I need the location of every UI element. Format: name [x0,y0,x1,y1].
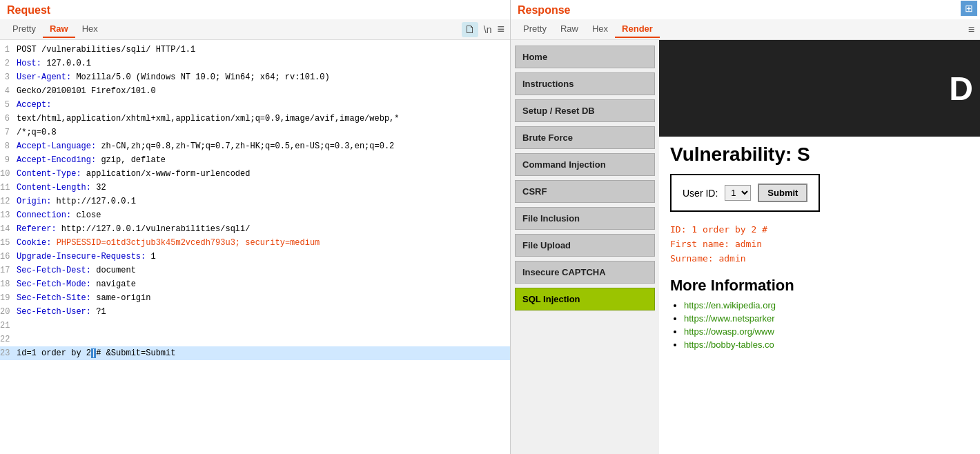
link-3[interactable]: https://owasp.org/www [684,326,774,337]
wrap-text-icon[interactable]: \n [484,24,492,35]
link-4[interactable]: https://bobby-tables.co [684,339,774,350]
code-line-9: 9 Accept-Encoding: gzip, deflate [0,153,510,167]
response-tab-bar: Pretty Raw Hex Render ≡ [511,19,980,40]
grid-icon: ⊞ [961,1,977,16]
link-1[interactable]: https://en.wikipedia.org [684,300,776,310]
tab-render-response[interactable]: Render [615,21,660,38]
align-icon[interactable]: ≡ [968,23,974,36]
response-inner: Home Instructions Setup / Reset DB Brute… [511,40,980,454]
code-line-4: 4 Gecko/20100101 Firefox/101.0 [0,84,510,98]
sidebar-item-csrf[interactable]: CSRF [515,180,655,203]
link-item-4[interactable]: https://bobby-tables.co [684,339,969,350]
request-code-area[interactable]: 1 POST /vulnerabilities/sqli/ HTTP/1.1 2… [0,40,510,454]
code-line-5: 5 Accept: [0,98,510,112]
code-line-14: 14 Referer: http://127.0.0.1/vulnerabili… [0,222,510,236]
response-title: Response [511,0,980,19]
code-line-21: 21 [0,319,510,333]
code-line-3: 3 User-Agent: Mozilla/5.0 (Windows NT 10… [0,70,510,84]
sidebar-item-brute-force[interactable]: Brute Force [515,126,655,149]
code-line-15: 15 Cookie: PHPSESSID=o1td3ctjub3k45m2vce… [0,236,510,250]
code-line-16: 16 Upgrade-Insecure-Requests: 1 [0,250,510,264]
grid-icon-box[interactable]: ⊞ [961,3,977,14]
tab-pretty-response[interactable]: Pretty [516,21,553,38]
sidebar-item-file-upload[interactable]: File Upload [515,234,655,257]
code-line-1: 1 POST /vulnerabilities/sqli/ HTTP/1.1 [0,43,510,57]
code-line-22: 22 [0,333,510,346]
user-id-form: User ID: 1 2 3 Submit [670,174,820,212]
tab-pretty-request[interactable]: Pretty [6,21,43,38]
code-line-7: 7 /*;q=0.8 [0,126,510,139]
user-id-label: User ID: [683,188,718,199]
sidebar-item-command-injection[interactable]: Command Injection [515,153,655,176]
result-line2: First name: admin [670,237,969,252]
link-2[interactable]: https://www.netsparker [684,313,775,324]
response-content: D Vulnerability: S User ID: 1 2 3 Submit [659,40,980,454]
code-line-6: 6 text/html,application/xhtml+xml,applic… [0,112,510,126]
response-d-letter: D [949,70,973,108]
request-panel: Request Pretty Raw Hex 🗋 \n ≡ 1 POST /vu… [0,0,511,454]
sidebar-item-file-inclusion[interactable]: File Inclusion [515,207,655,230]
tab-raw-response[interactable]: Raw [553,21,585,38]
sidebar-item-setup[interactable]: Setup / Reset DB [515,99,655,122]
request-title: Request [0,0,510,19]
result-text: ID: 1 order by 2 # First name: admin Sur… [670,223,969,266]
result-line1: ID: 1 order by 2 # [670,223,969,237]
code-line-19: 19 Sec-Fetch-Site: same-origin [0,291,510,305]
more-info-title: More Information [670,277,969,295]
sidebar-nav: Home Instructions Setup / Reset DB Brute… [511,40,659,454]
submit-button[interactable]: Submit [758,184,807,202]
tab-hex-response[interactable]: Hex [585,21,615,38]
link-item-3[interactable]: https://owasp.org/www [684,326,969,337]
tab-hex-request[interactable]: Hex [75,21,105,38]
code-line-18: 18 Sec-Fetch-Mode: navigate [0,277,510,291]
code-line-20: 20 Sec-Fetch-User: ?1 [0,305,510,319]
user-id-select[interactable]: 1 2 3 [725,185,751,201]
response-top-bar: D [659,40,980,137]
code-line-12: 12 Origin: http://127.0.0.1 [0,195,510,208]
vuln-title: Vulnerability: S [670,144,969,166]
request-tab-icons: 🗋 \n ≡ [462,22,504,37]
link-item-1[interactable]: https://en.wikipedia.org [684,300,969,310]
link-item-2[interactable]: https://www.netsparker [684,313,969,324]
more-info-links: https://en.wikipedia.org https://www.net… [670,300,969,350]
result-line3: Surname: admin [670,252,969,266]
sidebar-item-insecure-captcha[interactable]: Insecure CAPTCHA [515,261,655,284]
code-line-10: 10 Content-Type: application/x-www-form-… [0,167,510,181]
response-panel: Response Pretty Raw Hex Render ≡ Home In… [511,0,980,454]
code-line-13: 13 Connection: close [0,208,510,222]
code-line-8: 8 Accept-Language: zh-CN,zh;q=0.8,zh-TW;… [0,139,510,153]
code-line-23: 23 id=1 order by 2|# &Submit=Submit [0,346,510,360]
vulnerability-section: Vulnerability: S User ID: 1 2 3 Submit [659,137,980,359]
sidebar-item-sql-injection[interactable]: SQL Injection [515,288,655,310]
tab-raw-request[interactable]: Raw [43,21,75,38]
menu-icon[interactable]: ≡ [497,22,504,37]
sidebar-item-home[interactable]: Home [515,46,655,68]
code-line-17: 17 Sec-Fetch-Dest: document [0,264,510,277]
sidebar-item-instructions[interactable]: Instructions [515,72,655,95]
request-tab-bar: Pretty Raw Hex 🗋 \n ≡ [0,19,510,40]
wrap-icon[interactable]: 🗋 [462,22,478,37]
code-line-11: 11 Content-Length: 32 [0,181,510,195]
code-line-2: 2 Host: 127.0.0.1 [0,57,510,70]
